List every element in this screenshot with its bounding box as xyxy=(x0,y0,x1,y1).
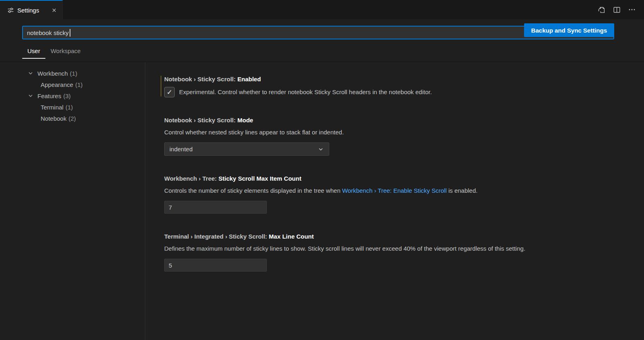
toc-count: (1) xyxy=(66,104,73,111)
toc-count: (3) xyxy=(63,93,70,99)
setting-description: Controls the number of sticky elements d… xyxy=(164,186,620,195)
toc-item-features[interactable]: Features (3) xyxy=(0,90,145,101)
settings-toc-tree: Workbench (1) Appearance (1) Features (3… xyxy=(0,68,145,124)
toc-count: (1) xyxy=(75,81,83,88)
setting-link[interactable]: Workbench › Tree: Enable Sticky Scroll xyxy=(342,187,447,194)
vscode-settings-window: { "tab_bar": { "tab_title": "Settings" }… xyxy=(0,0,644,340)
setting-title: Workbench › Tree: Sticky Scroll Max Item… xyxy=(164,174,620,183)
toc-label: Workbench xyxy=(37,70,68,77)
scope-tab-user-label: User xyxy=(27,47,40,54)
setting-title: Notebook › Sticky Scroll: Enabled xyxy=(164,75,620,84)
toc-item-notebook[interactable]: Notebook (2) xyxy=(0,113,145,124)
editor-tab-bar: Settings xyxy=(0,0,644,19)
toc-count: (1) xyxy=(70,70,77,77)
description-text: is enabled. xyxy=(447,187,478,194)
max-item-count-input[interactable] xyxy=(164,201,267,214)
chevron-down-icon[interactable] xyxy=(27,93,37,99)
toc-label: Features xyxy=(37,93,61,99)
settings-scope-tabs: User Workspace xyxy=(22,44,86,60)
setting-title: Terminal › Integrated › Sticky Scroll: M… xyxy=(164,232,620,241)
scope-tab-user[interactable]: User xyxy=(22,44,45,60)
settings-editor-header: notebook sticky 4 Settings Found User xyxy=(0,19,644,62)
settings-list: Notebook › Sticky Scroll: Enabled ✓ Expe… xyxy=(145,62,644,340)
tab-settings-label: Settings xyxy=(17,7,39,14)
checkmark-icon: ✓ xyxy=(167,89,172,96)
mode-select-dropdown[interactable]: indented xyxy=(164,142,329,156)
search-query-text: notebook sticky xyxy=(27,29,68,36)
toc-label: Appearance xyxy=(41,81,73,88)
setting-terminal-sticky-scroll-max-line-count: Terminal › Integrated › Sticky Scroll: M… xyxy=(164,232,620,272)
select-value: indented xyxy=(169,146,193,152)
text-cursor xyxy=(70,29,70,37)
setting-description: Defines the maximum number of sticky lin… xyxy=(164,244,620,253)
toc-item-workbench[interactable]: Workbench (1) xyxy=(0,68,145,79)
setting-category: Terminal › Integrated › Sticky Scroll: xyxy=(164,233,267,240)
setting-label: Max Line Count xyxy=(269,233,314,240)
setting-checkbox[interactable]: ✓ xyxy=(164,87,175,97)
setting-description: Control whether nested sticky lines appe… xyxy=(164,128,620,137)
toc-count: (2) xyxy=(68,115,76,122)
setting-category: Workbench › Tree: xyxy=(164,175,217,182)
setting-label: Mode xyxy=(237,117,253,124)
setting-tree-sticky-scroll-max-item-count: Workbench › Tree: Sticky Scroll Max Item… xyxy=(164,174,620,214)
setting-label: Sticky Scroll Max Item Count xyxy=(219,175,301,182)
setting-description: Experimental. Control whether to render … xyxy=(179,88,432,97)
tab-settings[interactable]: Settings xyxy=(0,0,63,19)
split-editor-icon[interactable] xyxy=(611,4,622,15)
toc-item-terminal[interactable]: Terminal (1) xyxy=(0,101,145,113)
setting-notebook-sticky-scroll-mode: Notebook › Sticky Scroll: Mode Control w… xyxy=(164,116,620,156)
setting-label: Enabled xyxy=(237,76,261,82)
scope-tab-workspace[interactable]: Workspace xyxy=(45,44,86,60)
toc-label: Notebook xyxy=(41,115,66,122)
backup-and-sync-settings-button[interactable]: Backup and Sync Settings xyxy=(524,23,614,37)
close-tab-icon[interactable] xyxy=(50,6,58,14)
chevron-down-icon[interactable] xyxy=(27,70,37,76)
scope-tab-workspace-label: Workspace xyxy=(51,47,81,54)
description-text: Controls the number of sticky elements d… xyxy=(164,187,342,194)
toc-label: Terminal xyxy=(41,104,64,111)
chevron-down-icon xyxy=(318,146,324,152)
max-line-count-input[interactable] xyxy=(164,259,267,272)
settings-sliders-icon xyxy=(7,7,14,14)
editor-actions xyxy=(596,0,644,19)
toc-item-appearance[interactable]: Appearance (1) xyxy=(0,79,145,90)
more-actions-icon[interactable] xyxy=(626,4,638,15)
open-settings-json-icon[interactable] xyxy=(596,4,607,15)
setting-category: Notebook › Sticky Scroll: xyxy=(164,76,236,82)
setting-title: Notebook › Sticky Scroll: Mode xyxy=(164,116,620,125)
setting-category: Notebook › Sticky Scroll: xyxy=(164,117,236,124)
setting-notebook-sticky-scroll-enabled: Notebook › Sticky Scroll: Enabled ✓ Expe… xyxy=(164,75,620,97)
